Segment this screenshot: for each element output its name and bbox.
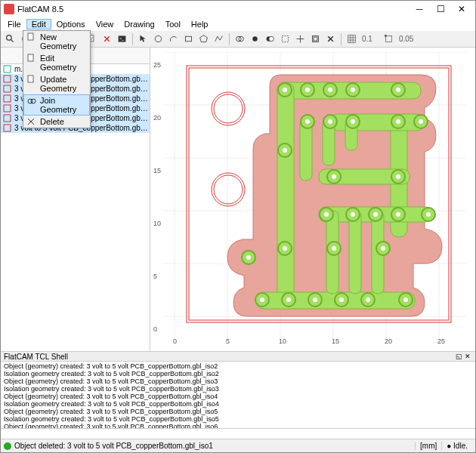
svg-rect-37: [28, 76, 33, 82]
cut-path-button[interactable]: [279, 32, 292, 45]
shell-float-icon[interactable]: ◱: [454, 353, 463, 360]
svg-marker-13: [140, 35, 145, 42]
menu-drawing[interactable]: Drawing: [119, 19, 159, 29]
y-tick: 25: [153, 61, 161, 69]
svg-point-123: [373, 212, 378, 217]
svg-rect-33: [385, 35, 391, 42]
union-button[interactable]: [233, 32, 246, 45]
menu-item-new-geometry[interactable]: New Geometry: [23, 31, 90, 52]
shell-input[interactable]: [1, 428, 475, 439]
draw-path-button[interactable]: [212, 32, 225, 45]
svg-point-115: [351, 119, 355, 124]
status-units: [mm]: [415, 442, 441, 450]
shell-close-icon[interactable]: ✕: [463, 353, 472, 360]
move-button[interactable]: [294, 32, 307, 45]
draw-polygon-button[interactable]: [197, 32, 210, 45]
svg-rect-77: [300, 120, 312, 180]
svg-rect-42: [4, 66, 11, 72]
plot-canvas[interactable]: 0 5 10 15 20 25 0 5 10 15 20 25: [150, 48, 475, 351]
svg-text:>_: >_: [119, 37, 124, 41]
svg-point-111: [351, 88, 355, 92]
svg-point-134: [366, 297, 370, 302]
draw-arc-button[interactable]: [167, 32, 180, 45]
menubar: File Edit Options View Drawing Tool Help: [1, 17, 475, 31]
svg-rect-15: [185, 36, 191, 42]
svg-point-117: [419, 119, 423, 124]
window-title: FlatCAM 8.5: [17, 5, 63, 14]
svg-point-108: [283, 88, 287, 92]
menu-tool[interactable]: Tool: [160, 19, 186, 29]
svg-marker-16: [200, 35, 208, 42]
minimize-button[interactable]: ─: [409, 2, 430, 17]
svg-point-14: [155, 35, 161, 42]
grid-snap-button[interactable]: [345, 32, 358, 45]
corner-snap-button[interactable]: [382, 32, 395, 45]
delete-shape-button[interactable]: [324, 32, 337, 45]
svg-rect-48: [4, 125, 11, 131]
svg-rect-35: [28, 33, 33, 40]
select-button[interactable]: [137, 32, 150, 45]
menu-edit[interactable]: Edit: [26, 19, 51, 29]
svg-rect-45: [4, 95, 11, 102]
svg-point-126: [283, 246, 287, 251]
menu-item-update-geometry[interactable]: Update Geometry: [23, 73, 90, 94]
svg-point-114: [328, 119, 332, 124]
svg-point-118: [283, 148, 287, 153]
status-idle: ● Idle.: [441, 442, 472, 450]
svg-rect-71: [330, 114, 425, 131]
shell-header[interactable]: FlatCAM TCL Shell ◱ ✕: [1, 351, 475, 362]
app-icon: [4, 4, 14, 14]
svg-point-135: [403, 297, 408, 302]
grid-y-value[interactable]: 0.05: [397, 35, 421, 43]
svg-rect-44: [4, 85, 11, 92]
svg-point-63: [212, 92, 245, 125]
svg-point-128: [381, 246, 385, 251]
menu-options[interactable]: Options: [51, 19, 91, 29]
subtract-button[interactable]: [264, 32, 277, 45]
status-ok-icon: [4, 442, 11, 450]
svg-point-121: [324, 212, 329, 217]
svg-point-119: [332, 174, 336, 179]
draw-circle-button[interactable]: [152, 32, 165, 45]
svg-point-133: [339, 297, 344, 302]
menu-file[interactable]: File: [2, 19, 26, 29]
svg-rect-47: [4, 115, 11, 122]
svg-rect-68: [277, 82, 294, 309]
svg-point-34: [385, 35, 387, 37]
shell-button[interactable]: >_: [116, 32, 128, 45]
svg-rect-25: [314, 37, 317, 41]
svg-point-113: [305, 119, 310, 124]
svg-point-120: [396, 174, 400, 179]
zoom-fit-button[interactable]: [4, 32, 17, 45]
svg-rect-43: [4, 76, 11, 82]
y-tick: 0: [153, 325, 157, 333]
svg-rect-75: [349, 211, 361, 294]
svg-rect-28: [348, 35, 356, 43]
menu-help[interactable]: Help: [186, 19, 214, 29]
y-tick: 20: [153, 114, 161, 122]
buffer-button[interactable]: [309, 32, 322, 45]
close-button[interactable]: ✕: [451, 2, 472, 17]
svg-point-65: [212, 173, 245, 206]
grid-x-value[interactable]: 0.1: [360, 35, 380, 43]
draw-rect-button[interactable]: [182, 32, 195, 45]
y-tick: 15: [153, 167, 161, 174]
svg-point-20: [269, 36, 274, 42]
svg-point-39: [31, 99, 36, 103]
status-message: Object deleted: 3 volt to 5 volt PCB_cop…: [14, 442, 213, 450]
maximize-button[interactable]: ☐: [430, 2, 451, 17]
delete-button[interactable]: [100, 32, 113, 45]
svg-point-64: [214, 94, 243, 123]
shell-output[interactable]: Object (geometry) created: 3 volt to 5 v…: [1, 362, 475, 428]
menu-view[interactable]: View: [91, 19, 119, 29]
statusbar: Object deleted: 3 volt to 5 volt PCB_cop…: [1, 439, 475, 452]
menu-item-delete[interactable]: Delete: [23, 116, 90, 128]
y-tick: 10: [153, 220, 161, 227]
shell-title: FlatCAM TCL Shell: [4, 353, 68, 361]
intersect-button[interactable]: [249, 32, 261, 45]
menu-item-join-geometry[interactable]: Join Geometry: [23, 94, 90, 116]
svg-point-132: [313, 297, 317, 302]
svg-point-131: [286, 297, 291, 302]
svg-point-124: [396, 212, 400, 217]
menu-item-edit-geometry[interactable]: Edit Geometry: [23, 52, 90, 73]
